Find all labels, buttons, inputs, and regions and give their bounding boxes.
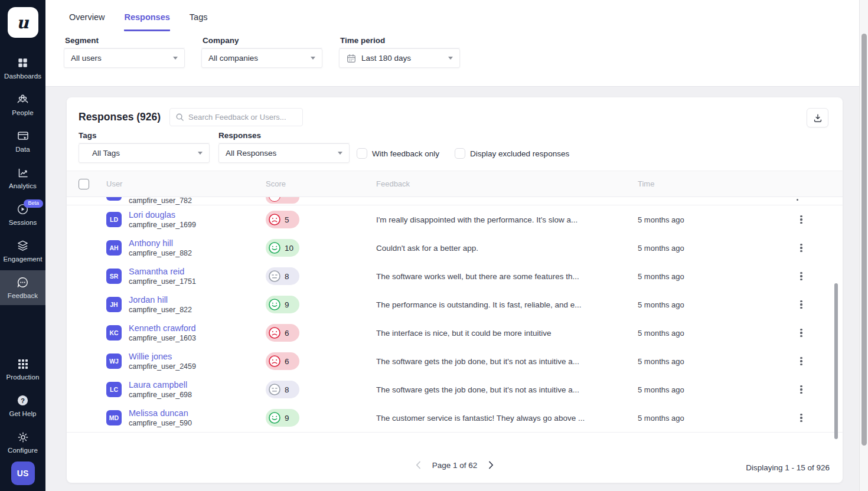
dashboards-icon [17, 56, 29, 70]
tab-bar: Overview Responses Tags [45, 0, 868, 31]
table-row[interactable]: MDMelissa duncancampfire_user_5909The cu… [67, 404, 843, 432]
sad-face-icon [269, 197, 280, 202]
row-menu-icon [797, 199, 798, 201]
sidebar-item-analytics[interactable]: Analytics [0, 161, 45, 195]
sidebar-item-label: Dashboards [4, 73, 41, 80]
sidebar-item-configure[interactable]: Configure [0, 425, 45, 460]
sidebar-item-label: Production [6, 374, 40, 381]
window-scrollbar-thumb[interactable] [862, 34, 867, 446]
user-id: campfire_user_2459 [129, 362, 196, 371]
calendar-icon [346, 53, 357, 64]
row-menu-button[interactable] [797, 272, 806, 281]
sidebar-item-dashboards[interactable]: Dashboards [0, 51, 45, 86]
sidebar-item-label: Engagement [3, 256, 42, 263]
checkbox-label: Display excluded responses [470, 149, 569, 158]
user-name-link[interactable]: Lori douglas [129, 210, 196, 220]
table-row[interactable]: KCKenneth crawfordcampfire_user_16036The… [67, 319, 843, 347]
responses-select[interactable]: All Responses [218, 143, 350, 163]
happy-face-icon [269, 412, 280, 424]
help-icon: ? [17, 394, 29, 407]
sidebar-item-get-help[interactable]: ? Get Help [0, 388, 45, 423]
score-badge: 8 [266, 267, 299, 285]
displaying-count: Displaying 1 - 15 of 926 [746, 463, 830, 472]
company-select[interactable]: All companies [201, 48, 322, 68]
user-id: campfire_user_822 [129, 305, 192, 315]
sad-face-icon [269, 327, 280, 339]
row-menu-button[interactable] [797, 244, 806, 253]
sidebar-item-sessions[interactable]: Beta Sessions [0, 197, 45, 232]
segment-select[interactable]: All users [64, 48, 185, 68]
card-header: Responses (926) [67, 97, 843, 127]
feedback-icon [16, 276, 30, 289]
download-button[interactable] [807, 108, 828, 127]
happy-face-icon [269, 242, 280, 254]
next-page-button[interactable] [485, 460, 496, 470]
column-header-score: Score [266, 179, 376, 188]
row-menu-button[interactable] [797, 414, 806, 423]
user-name-link[interactable]: Melissa duncan [129, 408, 192, 418]
display-excluded-checkbox[interactable]: Display excluded responses [455, 148, 569, 159]
response-time: 5 months ago [638, 329, 794, 338]
download-icon [812, 113, 823, 123]
page-title: Responses (926) [79, 111, 161, 123]
with-feedback-only-checkbox[interactable]: With feedback only [357, 148, 439, 159]
row-menu-button[interactable] [797, 215, 806, 224]
window-scrollbar[interactable] [859, 0, 868, 491]
user-id: campfire_user_698 [129, 390, 192, 400]
tab-overview[interactable]: Overview [69, 12, 105, 31]
app-logo[interactable]: u [8, 7, 38, 38]
sidebar-item-data[interactable]: Data [0, 124, 45, 159]
user-name-link[interactable]: Samantha reid [129, 266, 196, 277]
score-badge: 5 [266, 211, 299, 228]
row-menu-button[interactable] [797, 329, 806, 338]
user-name-link[interactable]: Jordan hill [129, 294, 192, 305]
tab-responses[interactable]: Responses [124, 12, 169, 31]
table-row[interactable]: LDLori douglascampfire_user_16995I'm rea… [67, 205, 843, 234]
score-value: 9 [285, 414, 289, 423]
user-name-link[interactable]: Kenneth crawford [129, 323, 196, 333]
checkbox-group: With feedback only Display excluded resp… [357, 148, 569, 159]
sidebar-item-feedback[interactable]: Feedback [0, 270, 45, 305]
chevron-down-icon [173, 57, 178, 60]
user-name-link[interactable]: Laura campbell [129, 379, 192, 390]
avatar: AH [106, 240, 122, 256]
avatar: LD [106, 212, 122, 227]
sidebar-item-people[interactable]: People [0, 87, 45, 122]
time-period-select[interactable]: Last 180 days [339, 48, 460, 68]
response-time: 5 months ago [638, 272, 794, 281]
page-indicator: Page 1 of 62 [432, 461, 478, 470]
table-row[interactable]: LCLaura campbellcampfire_user_6988The so… [67, 375, 843, 404]
sidebar-item-label: Configure [8, 447, 38, 454]
sidebar-item-production[interactable]: Production [0, 352, 45, 387]
select-all-checkbox[interactable] [79, 179, 89, 189]
tab-tags[interactable]: Tags [190, 12, 208, 31]
tags-select[interactable]: All Tags [79, 143, 210, 163]
user-name-link[interactable]: Willie jones [129, 351, 196, 362]
sidebar-item-engagement[interactable]: Engagement [0, 234, 45, 269]
feedback-text: I'm really disappointed with the perform… [376, 215, 638, 224]
table-row[interactable]: SRSamantha reidcampfire_user_17518The so… [67, 262, 843, 290]
table-scrollbar-thumb[interactable] [834, 283, 838, 439]
checkbox-icon [357, 148, 367, 159]
response-time: 5 months ago [638, 215, 794, 224]
table-row[interactable]: AHAnthony hillcampfire_user_88210Couldn'… [67, 234, 843, 262]
score-badge: 6 [266, 324, 299, 342]
user-avatar[interactable]: US [11, 461, 35, 485]
chevron-down-icon [448, 57, 453, 60]
neutral-face-icon [269, 384, 280, 395]
response-time: 5 months ago [638, 300, 794, 309]
user-name-link[interactable]: Anthony hill [129, 238, 192, 248]
svg-text:?: ? [21, 397, 25, 404]
table-row[interactable]: JHJordan hillcampfire_user_8229The perfo… [67, 290, 843, 319]
row-menu-button[interactable] [797, 300, 806, 309]
table-row[interactable]: WJWillie jonescampfire_user_24596The sof… [67, 347, 843, 375]
gear-icon [17, 430, 30, 444]
previous-page-button[interactable] [413, 460, 424, 470]
row-menu-button[interactable] [797, 357, 806, 366]
pagination: Page 1 of 62 [67, 460, 843, 470]
table-row-partial[interactable]: campfire_user_782 [67, 197, 843, 205]
search-input[interactable] [188, 113, 297, 122]
company-filter-group: Company All companies [201, 36, 322, 68]
row-menu-button[interactable] [797, 385, 806, 394]
chevron-down-icon [198, 152, 203, 155]
